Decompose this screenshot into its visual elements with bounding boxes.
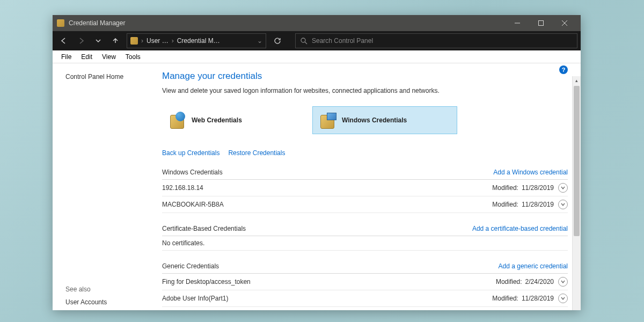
breadcrumb-seg-1[interactable]: User … bbox=[147, 37, 169, 45]
page-description: View and delete your saved logon informa… bbox=[162, 87, 568, 94]
modified-label: Modified: bbox=[492, 201, 518, 208]
maximize-button[interactable] bbox=[529, 15, 553, 31]
add-certificate-credential-link[interactable]: Add a certificate-based credential bbox=[472, 225, 568, 232]
back-button[interactable] bbox=[56, 33, 72, 48]
credential-type-tabs: Web Credentials Windows Credentials bbox=[162, 106, 568, 134]
forward-button[interactable] bbox=[73, 33, 89, 48]
breadcrumb-seg-2[interactable]: Credential M… bbox=[177, 37, 220, 45]
section-windows-credentials: Windows Credentials Add a Windows creden… bbox=[162, 169, 568, 213]
svg-point-4 bbox=[301, 38, 305, 42]
scrollbar[interactable]: ▴ bbox=[572, 76, 581, 310]
credential-row[interactable]: 192.168.18.14 Modified: 11/28/2019 bbox=[162, 180, 568, 196]
modified-label: Modified: bbox=[492, 295, 518, 302]
add-generic-credential-link[interactable]: Add a generic credential bbox=[499, 262, 568, 270]
credential-name: MACBOOKAIR-5B8A bbox=[162, 201, 492, 208]
menubar: File Edit View Tools bbox=[53, 50, 581, 63]
chevron-right-icon: › bbox=[172, 37, 174, 45]
sidebar: Control Panel Home See also User Account… bbox=[53, 63, 160, 310]
credential-date: 11/28/2019 bbox=[522, 295, 554, 302]
sidebar-user-accounts[interactable]: User Accounts bbox=[65, 298, 156, 306]
help-icon[interactable]: ? bbox=[559, 65, 568, 74]
content-area: Control Panel Home See also User Account… bbox=[53, 63, 581, 310]
minimize-button[interactable] bbox=[506, 15, 529, 31]
search-box[interactable] bbox=[295, 33, 577, 48]
credential-row[interactable]: MACBOOKAIR-5B8A Modified: 11/28/2019 bbox=[162, 196, 568, 213]
action-links: Back up Credentials Restore Credentials bbox=[162, 149, 568, 157]
navbar: › User … › Credential M… ⌄ bbox=[53, 31, 581, 50]
section-generic-credentials: Generic Credentials Add a generic creden… bbox=[162, 262, 568, 310]
search-icon bbox=[300, 37, 308, 45]
no-certificates-label: No certificates. bbox=[162, 236, 568, 251]
credential-name: 192.168.18.14 bbox=[162, 184, 492, 192]
backup-credentials-link[interactable]: Back up Credentials bbox=[162, 149, 219, 157]
titlebar: Credential Manager bbox=[53, 15, 581, 31]
menu-view[interactable]: View bbox=[98, 52, 120, 62]
up-button[interactable] bbox=[107, 33, 123, 48]
close-button[interactable] bbox=[553, 15, 576, 31]
windows-credentials-icon bbox=[319, 112, 336, 129]
tab-web-credentials[interactable]: Web Credentials bbox=[162, 106, 307, 134]
chevron-right-icon: › bbox=[141, 37, 143, 45]
scroll-up-button[interactable]: ▴ bbox=[573, 76, 581, 85]
refresh-button[interactable] bbox=[269, 33, 286, 48]
credential-date: 2/24/2020 bbox=[525, 278, 554, 286]
credential-row[interactable]: Adobe User Info(Part1) Modified: 11/28/2… bbox=[162, 290, 568, 307]
app-icon bbox=[57, 19, 64, 27]
sidebar-see-also-label: See also bbox=[65, 286, 156, 293]
svg-rect-1 bbox=[539, 21, 544, 26]
folder-icon bbox=[130, 37, 138, 45]
tab-web-label: Web Credentials bbox=[192, 116, 242, 124]
credential-date: 11/28/2019 bbox=[522, 184, 554, 192]
section-title: Generic Credentials bbox=[162, 262, 219, 270]
chevron-down-icon[interactable]: ⌄ bbox=[257, 37, 262, 45]
section-title: Certificate-Based Credentials bbox=[162, 225, 246, 232]
scrollbar-thumb[interactable] bbox=[574, 86, 580, 236]
section-certificate-credentials: Certificate-Based Credentials Add a cert… bbox=[162, 225, 568, 251]
modified-label: Modified: bbox=[496, 278, 522, 286]
add-windows-credential-link[interactable]: Add a Windows credential bbox=[493, 169, 568, 176]
menu-file[interactable]: File bbox=[57, 52, 76, 62]
web-credentials-icon bbox=[169, 112, 186, 129]
credential-manager-window: Credential Manager › User … › Credential… bbox=[53, 15, 581, 310]
history-dropdown-button[interactable] bbox=[90, 33, 106, 48]
credential-row[interactable]: Fing for Desktop/access_token Modified: … bbox=[162, 274, 568, 290]
breadcrumb[interactable]: › User … › Credential M… ⌄ bbox=[127, 33, 266, 48]
svg-line-5 bbox=[305, 42, 307, 44]
credential-date: 11/28/2019 bbox=[522, 201, 554, 208]
restore-credentials-link[interactable]: Restore Credentials bbox=[228, 149, 285, 157]
credential-name: Adobe User Info(Part1) bbox=[162, 295, 492, 302]
menu-edit[interactable]: Edit bbox=[77, 52, 97, 62]
modified-label: Modified: bbox=[492, 184, 518, 192]
section-title: Windows Credentials bbox=[162, 169, 223, 176]
window-title: Credential Manager bbox=[69, 19, 506, 27]
expand-button[interactable] bbox=[558, 277, 568, 287]
credential-name: Fing for Desktop/access_token bbox=[162, 278, 496, 286]
menu-tools[interactable]: Tools bbox=[121, 52, 145, 62]
main-panel: ? Manage your credentials View and delet… bbox=[160, 63, 581, 310]
tab-windows-label: Windows Credentials bbox=[342, 116, 407, 124]
credential-row[interactable]: Adobe User Info(Part2) Modified: 11/28/2… bbox=[162, 307, 568, 310]
tab-windows-credentials[interactable]: Windows Credentials bbox=[312, 106, 457, 134]
search-input[interactable] bbox=[312, 37, 573, 45]
expand-button[interactable] bbox=[558, 294, 568, 303]
expand-button[interactable] bbox=[558, 183, 568, 193]
sidebar-control-panel-home[interactable]: Control Panel Home bbox=[65, 73, 156, 80]
page-title: Manage your credentials bbox=[162, 71, 568, 82]
expand-button[interactable] bbox=[558, 200, 568, 209]
